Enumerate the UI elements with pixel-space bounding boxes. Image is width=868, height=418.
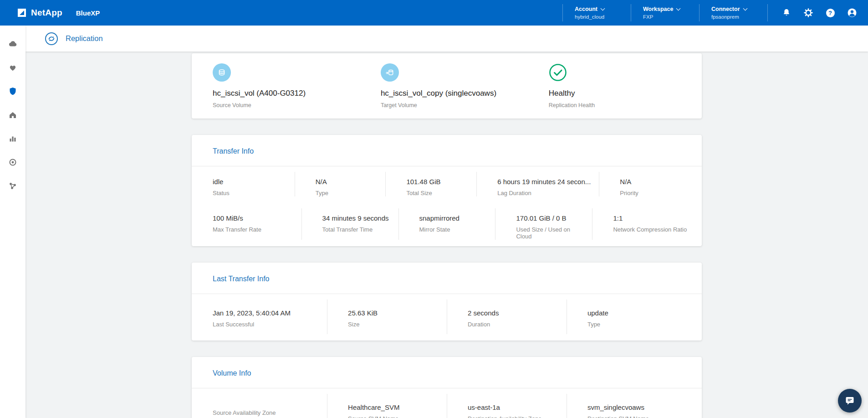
cloud-icon [8,39,18,49]
page-header: Replication [26,26,868,52]
metric-total-size: 101.48 GiB Total Size [385,166,476,203]
metric-value: 100 MiB/s [213,214,293,222]
target-volume-icon [381,63,399,82]
account-menu-label: Account [575,6,597,12]
metric-max-transfer-rate: 100 MiB/s Max Transfer Rate [192,203,301,246]
health-label: Replication Health [549,102,693,108]
metric-duration: 2 seconds Duration [447,294,567,341]
target-volume-block: hc_iscsi_vol_copy (singlecvoaws) Target … [381,63,549,108]
metric-label: Max Transfer Rate [213,226,293,233]
target-icon [8,157,18,167]
metric-label: Status [213,190,286,196]
left-nav [0,26,26,418]
sidebar-item-extensions[interactable] [4,177,22,195]
workspace-menu-label: Workspace [643,6,673,12]
netapp-logo-icon [17,8,26,17]
metric-value: N/A [316,178,378,186]
metric-last-type: update Type [567,294,702,341]
top-bar: NetApp BlueXP Account hybrid_cloud Works… [0,0,868,26]
last-transfer-info-card: Last Transfer Info Jan 19, 2023, 5:40:04… [192,263,702,341]
account-menu[interactable]: Account hybrid_cloud [562,4,631,21]
transfer-info-row-2: 100 MiB/s Max Transfer Rate 34 minutes 9… [192,203,702,246]
settings-gear-icon[interactable] [802,7,814,19]
connector-menu[interactable]: Connector fpsaonprem [699,4,767,21]
metric-label: Type [587,321,694,328]
metric-value: 6 hours 19 minutes 24 secon... [497,178,591,186]
chevron-down-icon [743,6,747,11]
user-account-icon[interactable] [846,7,858,19]
shield-icon [8,86,18,96]
volume-info-title: Volume Info [192,357,702,388]
metric-label: Source Availability Zone [213,409,319,416]
heart-icon [8,62,18,72]
sidebar-item-analytics[interactable] [4,129,22,148]
metric-label: Last Successful [213,321,319,328]
metric-value: 170.01 GiB / 0 B [516,214,584,222]
last-transfer-row: Jan 19, 2023, 5:40:04 AM Last Successful… [192,294,702,341]
chat-button[interactable] [838,389,862,413]
target-volume-name: hc_iscsi_vol_copy (singlecvoaws) [381,89,549,98]
metric-last-successful: Jan 19, 2023, 5:40:04 AM Last Successful [192,294,327,341]
nodes-icon [8,181,18,191]
product-name: BlueXP [76,9,100,17]
chevron-down-icon [676,6,681,11]
metric-label: Total Transfer Time [322,226,390,233]
transfer-info-row-1: idle Status N/A Type 101.48 GiB Total Si… [192,166,702,203]
metric-value: Healthcare_SVM [348,403,439,411]
help-icon[interactable]: ? [824,7,836,19]
content-area: hc_iscsi_vol (A400-G0312) Source Volume [26,52,868,418]
metric-label: Duration [468,321,558,328]
chevron-down-icon [601,6,605,11]
account-menu-value: hybrid_cloud [575,14,619,20]
metric-status: idle Status [192,166,295,203]
sidebar-item-storage[interactable] [4,35,22,53]
sidebar-item-governance[interactable] [4,153,22,171]
brand-name: NetApp [31,8,62,18]
metric-size: 25.63 KiB Size [327,294,447,341]
metric-label: Total Size [406,190,468,196]
metric-value: snapmirrored [419,214,487,222]
metric-value: N/A [620,178,694,186]
home-sync-icon [8,110,18,120]
target-volume-label: Target Volume [381,102,549,108]
metric-source-availability-zone: Source Availability Zone [192,388,327,418]
metric-label: Priority [620,190,694,196]
workspace-menu-value: FXP [643,14,687,20]
sidebar-item-mobility[interactable] [4,106,22,124]
sidebar-item-protection[interactable] [4,82,22,100]
workspace-menu[interactable]: Workspace FXP [631,4,699,21]
metric-label: Lag Duration [497,190,591,196]
last-transfer-info-title: Last Transfer Info [192,263,702,294]
sidebar-item-health[interactable] [4,58,22,77]
replication-icon [45,32,58,46]
metric-value: 1:1 [613,214,694,222]
metric-mirror-state: snapmirrored Mirror State [398,203,495,246]
metric-source-svm-name: Healthcare_SVM Source SVM Name [327,388,447,418]
metric-label: Mirror State [419,226,487,233]
source-volume-block: hc_iscsi_vol (A400-G0312) Source Volume [213,63,381,108]
replication-summary-card: hc_iscsi_vol (A400-G0312) Source Volume [192,53,702,119]
page-title: Replication [66,34,103,43]
metric-value: 25.63 KiB [348,309,439,317]
metric-label: Destination Availability Zone [468,415,558,418]
metric-value: Jan 19, 2023, 5:40:04 AM [213,309,319,317]
notifications-bell-icon[interactable] [781,7,792,19]
metric-value: 34 minutes 9 seconds [322,214,390,222]
metric-value: us-east-1a [468,403,558,411]
metric-type: N/A Type [295,166,386,203]
metric-label: Used Size / Used on Cloud [516,226,584,240]
metric-value: 2 seconds [468,309,558,317]
source-volume-icon [213,63,231,82]
topbar-icon-group: ? [767,4,858,21]
metric-lag-duration: 6 hours 19 minutes 24 secon... Lag Durat… [476,166,599,203]
metric-label: Network Compression Ratio [613,226,694,233]
volume-info-card: Volume Info Source Availability Zone Hea… [192,357,702,418]
source-volume-name: hc_iscsi_vol (A400-G0312) [213,89,381,98]
bar-chart-icon [8,134,18,144]
health-block: Healthy Replication Health [549,63,693,108]
metric-label: Source SVM Name [348,415,439,418]
healthy-check-icon [549,63,567,82]
metric-used-size: 170.01 GiB / 0 B Used Size / Used on Clo… [495,203,592,246]
transfer-info-title: Transfer Info [192,135,702,166]
metric-compression-ratio: 1:1 Network Compression Ratio [592,203,702,246]
